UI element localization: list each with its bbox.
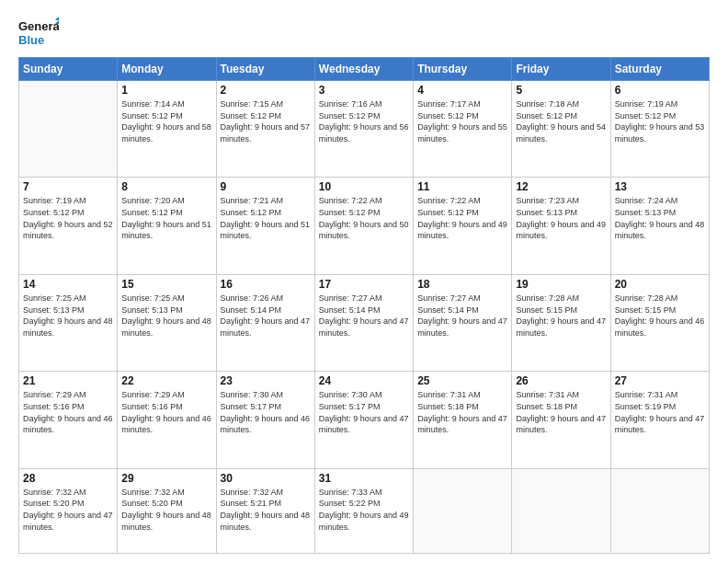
day-info: Sunrise: 7:20 AM Sunset: 5:12 PM Dayligh… [121,195,211,241]
calendar-week-row: 21 Sunrise: 7:29 AM Sunset: 5:16 PM Dayl… [19,372,710,468]
calendar-weekday-header: Monday [118,58,216,81]
calendar-cell: 8 Sunrise: 7:20 AM Sunset: 5:12 PM Dayli… [118,178,216,274]
day-number: 14 [23,278,113,291]
calendar-week-row: 14 Sunrise: 7:25 AM Sunset: 5:13 PM Dayl… [19,274,710,371]
day-number: 27 [615,374,705,387]
day-info: Sunrise: 7:19 AM Sunset: 5:12 PM Dayligh… [23,195,113,241]
calendar-cell: 14 Sunrise: 7:25 AM Sunset: 5:13 PM Dayl… [19,274,118,371]
calendar-weekday-header: Wednesday [314,58,413,81]
day-number: 16 [221,278,311,291]
day-number: 6 [615,84,705,97]
day-info: Sunrise: 7:29 AM Sunset: 5:16 PM Dayligh… [121,389,211,435]
day-info: Sunrise: 7:15 AM Sunset: 5:12 PM Dayligh… [221,98,311,144]
logo-svg: General Blue [18,17,59,50]
calendar-weekday-header: Friday [512,58,610,81]
day-number: 11 [417,180,507,193]
day-number: 25 [417,374,507,387]
calendar-cell: 26 Sunrise: 7:31 AM Sunset: 5:18 PM Dayl… [512,372,610,468]
calendar-cell [414,468,512,553]
calendar-cell: 10 Sunrise: 7:22 AM Sunset: 5:12 PM Dayl… [314,178,413,274]
calendar-cell: 9 Sunrise: 7:21 AM Sunset: 5:12 PM Dayli… [216,178,314,274]
day-number: 21 [23,374,113,387]
calendar-cell: 20 Sunrise: 7:28 AM Sunset: 5:15 PM Dayl… [610,274,709,371]
day-info: Sunrise: 7:26 AM Sunset: 5:14 PM Dayligh… [221,293,311,339]
calendar-cell: 16 Sunrise: 7:26 AM Sunset: 5:14 PM Dayl… [216,274,314,371]
calendar-week-row: 1 Sunrise: 7:14 AM Sunset: 5:12 PM Dayli… [19,81,710,178]
calendar-header-row: SundayMondayTuesdayWednesdayThursdayFrid… [19,58,710,81]
day-number: 17 [319,278,409,291]
calendar-weekday-header: Tuesday [216,58,314,81]
day-info: Sunrise: 7:22 AM Sunset: 5:12 PM Dayligh… [417,195,507,241]
day-number: 2 [221,84,311,97]
calendar-cell: 12 Sunrise: 7:23 AM Sunset: 5:13 PM Dayl… [512,178,610,274]
calendar-cell: 29 Sunrise: 7:32 AM Sunset: 5:20 PM Dayl… [118,468,216,553]
day-info: Sunrise: 7:29 AM Sunset: 5:16 PM Dayligh… [23,389,113,435]
day-info: Sunrise: 7:23 AM Sunset: 5:13 PM Dayligh… [516,195,606,241]
day-number: 10 [319,180,409,193]
day-number: 7 [23,180,113,193]
calendar-cell: 11 Sunrise: 7:22 AM Sunset: 5:12 PM Dayl… [414,178,512,274]
day-number: 26 [516,374,606,387]
calendar-cell: 22 Sunrise: 7:29 AM Sunset: 5:16 PM Dayl… [118,372,216,468]
day-info: Sunrise: 7:31 AM Sunset: 5:18 PM Dayligh… [516,389,606,435]
day-info: Sunrise: 7:31 AM Sunset: 5:19 PM Dayligh… [615,389,705,435]
day-number: 13 [615,180,705,193]
day-number: 12 [516,180,606,193]
calendar-cell: 31 Sunrise: 7:33 AM Sunset: 5:22 PM Dayl… [314,468,413,553]
day-number: 22 [121,374,211,387]
day-number: 9 [221,180,311,193]
calendar-cell: 24 Sunrise: 7:30 AM Sunset: 5:17 PM Dayl… [314,372,413,468]
day-info: Sunrise: 7:32 AM Sunset: 5:20 PM Dayligh… [23,487,113,533]
calendar-cell: 18 Sunrise: 7:27 AM Sunset: 5:14 PM Dayl… [414,274,512,371]
day-number: 29 [121,472,211,485]
calendar-cell: 2 Sunrise: 7:15 AM Sunset: 5:12 PM Dayli… [216,81,314,178]
calendar-cell: 1 Sunrise: 7:14 AM Sunset: 5:12 PM Dayli… [118,81,216,178]
day-info: Sunrise: 7:28 AM Sunset: 5:15 PM Dayligh… [516,293,606,339]
day-info: Sunrise: 7:32 AM Sunset: 5:21 PM Dayligh… [221,487,311,533]
header: General Blue [18,17,710,50]
day-info: Sunrise: 7:33 AM Sunset: 5:22 PM Dayligh… [319,487,409,533]
day-number: 4 [417,84,507,97]
logo: General Blue [18,17,59,50]
calendar-cell: 7 Sunrise: 7:19 AM Sunset: 5:12 PM Dayli… [19,178,118,274]
day-info: Sunrise: 7:24 AM Sunset: 5:13 PM Dayligh… [615,195,705,241]
calendar-week-row: 28 Sunrise: 7:32 AM Sunset: 5:20 PM Dayl… [19,468,710,553]
day-number: 1 [121,84,211,97]
calendar-cell: 6 Sunrise: 7:19 AM Sunset: 5:12 PM Dayli… [610,81,709,178]
calendar-weekday-header: Saturday [610,58,709,81]
day-info: Sunrise: 7:14 AM Sunset: 5:12 PM Dayligh… [121,98,211,144]
day-info: Sunrise: 7:31 AM Sunset: 5:18 PM Dayligh… [417,389,507,435]
day-number: 28 [23,472,113,485]
svg-text:Blue: Blue [18,33,44,47]
day-info: Sunrise: 7:22 AM Sunset: 5:12 PM Dayligh… [319,195,409,241]
calendar-cell: 15 Sunrise: 7:25 AM Sunset: 5:13 PM Dayl… [118,274,216,371]
day-number: 18 [417,278,507,291]
day-number: 5 [516,84,606,97]
calendar-cell: 28 Sunrise: 7:32 AM Sunset: 5:20 PM Dayl… [19,468,118,553]
day-number: 3 [319,84,409,97]
calendar-cell [610,468,709,553]
day-info: Sunrise: 7:27 AM Sunset: 5:14 PM Dayligh… [319,293,409,339]
day-info: Sunrise: 7:30 AM Sunset: 5:17 PM Dayligh… [319,389,409,435]
calendar-cell: 21 Sunrise: 7:29 AM Sunset: 5:16 PM Dayl… [19,372,118,468]
calendar-cell: 17 Sunrise: 7:27 AM Sunset: 5:14 PM Dayl… [314,274,413,371]
day-number: 23 [221,374,311,387]
day-number: 31 [319,472,409,485]
calendar-cell: 4 Sunrise: 7:17 AM Sunset: 5:12 PM Dayli… [414,81,512,178]
day-info: Sunrise: 7:17 AM Sunset: 5:12 PM Dayligh… [417,98,507,144]
calendar-cell: 13 Sunrise: 7:24 AM Sunset: 5:13 PM Dayl… [610,178,709,274]
day-number: 8 [121,180,211,193]
calendar-table: SundayMondayTuesdayWednesdayThursdayFrid… [18,57,710,554]
day-number: 30 [221,472,311,485]
day-info: Sunrise: 7:21 AM Sunset: 5:12 PM Dayligh… [221,195,311,241]
day-info: Sunrise: 7:32 AM Sunset: 5:20 PM Dayligh… [121,487,211,533]
svg-text:General: General [18,19,59,33]
day-info: Sunrise: 7:27 AM Sunset: 5:14 PM Dayligh… [417,293,507,339]
calendar-cell [512,468,610,553]
day-info: Sunrise: 7:16 AM Sunset: 5:12 PM Dayligh… [319,98,409,144]
day-number: 20 [615,278,705,291]
calendar-cell: 3 Sunrise: 7:16 AM Sunset: 5:12 PM Dayli… [314,81,413,178]
page: General Blue SundayMondayTuesdayWednesda… [0,0,728,563]
calendar-cell [19,81,118,178]
day-info: Sunrise: 7:25 AM Sunset: 5:13 PM Dayligh… [121,293,211,339]
